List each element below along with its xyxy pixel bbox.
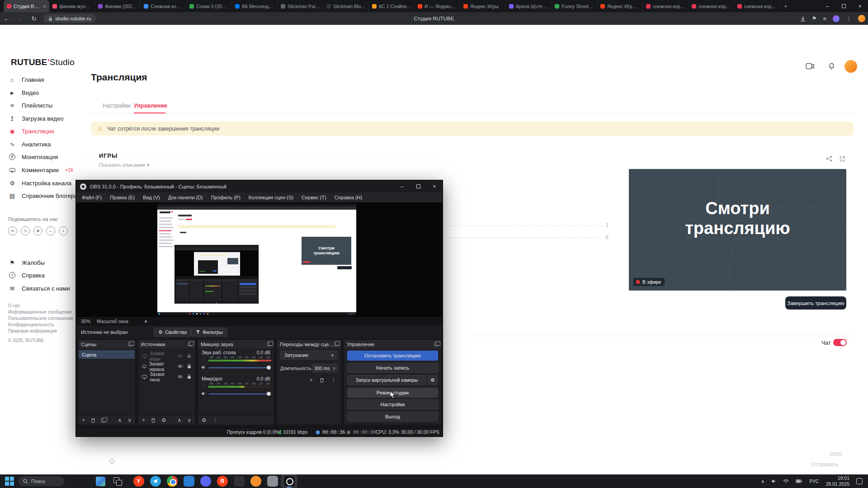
- browser-profile-avatar[interactable]: [858, 15, 865, 22]
- mixer-settings-button[interactable]: ⚙: [202, 417, 207, 423]
- transitions-panel-header[interactable]: Переходы между сце...: [277, 340, 341, 348]
- start-button[interactable]: [5, 476, 14, 486]
- taskbar-app-chrome[interactable]: [164, 474, 180, 488]
- volume-icon[interactable]: [771, 479, 776, 483]
- popout-icon[interactable]: [267, 342, 271, 346]
- obs-close-button[interactable]: ×: [426, 180, 443, 192]
- browser-tab[interactable]: Stickman Blo...: [323, 0, 369, 12]
- menu-docks[interactable]: Док-панели (D): [164, 195, 207, 200]
- source-row-display-capture[interactable]: Захват экрана: [139, 361, 194, 371]
- virtual-camera-button[interactable]: Запуск виртуальной камеры: [347, 375, 426, 385]
- create-stream-button[interactable]: [804, 60, 816, 72]
- drag-handle-icon[interactable]: ⋮: [202, 383, 206, 388]
- lock-icon[interactable]: [187, 353, 191, 358]
- taskbar-app-obs[interactable]: [281, 474, 297, 488]
- footer-link-terms[interactable]: Пользовательское соглашение: [8, 316, 73, 321]
- browser-tab[interactable]: КС 2 Снайпе...: [369, 0, 415, 12]
- scene-filters-button[interactable]: [101, 418, 105, 422]
- obs-window[interactable]: OBS 31.0.0 - Профиль: Безымянный - Сцены…: [75, 180, 443, 437]
- lock-icon[interactable]: [187, 374, 191, 379]
- browser-tab[interactable]: Соник 3 (202...: [186, 0, 232, 12]
- browser-tab[interactable]: Яндекс Игры...: [597, 0, 643, 12]
- zoom-dropdown-caret[interactable]: ▾: [145, 319, 147, 324]
- taskbar-app-yandex-browser[interactable]: Y: [130, 474, 147, 488]
- spin-down-icon[interactable]: ▾: [334, 368, 335, 370]
- rutube-studio-logo[interactable]: RUTUBE’Studio: [11, 57, 75, 67]
- back-button[interactable]: ←: [0, 15, 14, 22]
- viber-icon[interactable]: [46, 226, 55, 235]
- scenes-panel-header[interactable]: Сцены: [78, 340, 135, 348]
- notifications-button[interactable]: [826, 60, 837, 72]
- footer-link-privacy[interactable]: Конфиденциальность: [8, 322, 54, 327]
- browser-tab[interactable]: Снежная кор...: [141, 0, 186, 12]
- emoji-button[interactable]: ☺: [108, 456, 116, 466]
- exit-button[interactable]: Выход: [347, 412, 438, 422]
- sidebar-item-upload[interactable]: ↥Загрузка видео: [8, 113, 90, 124]
- tab-settings[interactable]: Настройки: [103, 103, 130, 109]
- taskbar-app-files[interactable]: [264, 474, 281, 488]
- sources-panel-header[interactable]: Источники: [138, 340, 195, 348]
- stream-preview-player[interactable]: Смотри трансляцию В эфире: [629, 169, 846, 291]
- duration-spinner[interactable]: 300 ms▴▾: [311, 364, 338, 372]
- taskbar-app-game-center[interactable]: [231, 474, 247, 488]
- transition-props-button[interactable]: ⋮: [331, 377, 336, 383]
- menu-edit[interactable]: Правка (E): [106, 195, 139, 200]
- clock[interactable]: 19:0128.01.2025: [826, 475, 849, 487]
- popout-icon[interactable]: [334, 342, 338, 346]
- transition-type-select[interactable]: Затухание▾: [280, 351, 338, 360]
- sidebar-item-broadcasts[interactable]: ◉Трансляции: [8, 125, 90, 137]
- window-maximize-button[interactable]: [835, 0, 852, 12]
- add-scene-button[interactable]: +: [82, 417, 85, 423]
- sidebar-item-playlists[interactable]: ≡Плейлисты: [8, 99, 90, 111]
- language-indicator[interactable]: РУС: [809, 479, 819, 484]
- window-close-button[interactable]: ×: [852, 0, 868, 12]
- footer-link-legal[interactable]: Правовая информация: [8, 328, 57, 333]
- taskbar-app-telegram[interactable]: [147, 474, 164, 488]
- menu-scene-collection[interactable]: Коллекция сцен (S): [245, 195, 297, 200]
- finish-stream-button[interactable]: Завершить трансляцию: [785, 296, 846, 310]
- menu-view[interactable]: Вид (V): [139, 195, 164, 200]
- hidden-icons-chevron[interactable]: ∧: [761, 479, 764, 484]
- chat-toggle[interactable]: [833, 339, 847, 346]
- more-socials-icon[interactable]: +: [59, 226, 68, 235]
- footer-link-about[interactable]: О нас: [8, 303, 20, 308]
- source-properties-button[interactable]: ⚙Свойства: [154, 328, 191, 337]
- source-down-button[interactable]: ∨: [187, 417, 191, 423]
- taskbar-app-yandex-start[interactable]: Я: [214, 474, 231, 488]
- add-source-button[interactable]: +: [142, 417, 145, 423]
- eye-icon[interactable]: [177, 364, 183, 368]
- scene-down-button[interactable]: ∨: [127, 417, 132, 423]
- virtual-camera-settings-button[interactable]: ⚙: [428, 375, 438, 385]
- start-recording-button[interactable]: Начать запись: [347, 363, 438, 373]
- browser-tab[interactable]: снежная кор...: [643, 0, 689, 12]
- menu-help[interactable]: Справка (H): [330, 195, 366, 200]
- footer-link-news[interactable]: Информационные сообщения: [8, 310, 71, 314]
- sidebar-item-video[interactable]: ▶Видео: [8, 87, 90, 99]
- scene-up-button[interactable]: ∧: [118, 417, 122, 423]
- sidebar-item-analytics[interactable]: ∿Аналитика: [8, 138, 90, 150]
- taskbar-app-vscode[interactable]: [180, 474, 197, 488]
- bookmark-flag-icon[interactable]: ⚑: [812, 15, 817, 22]
- menu-profile[interactable]: Профиль (P): [207, 195, 245, 200]
- download-icon[interactable]: [800, 16, 806, 22]
- remove-transition-button[interactable]: [320, 378, 324, 383]
- tab-management[interactable]: Управление: [134, 103, 167, 109]
- refresh-button[interactable]: ↻: [27, 15, 41, 22]
- source-properties-gear-button[interactable]: ⚙: [161, 417, 166, 423]
- address-bar[interactable]: studio.rutube.ru: [43, 14, 96, 23]
- browser-tab[interactable]: снежная кор...: [689, 0, 734, 12]
- settings-button[interactable]: Настройки: [347, 399, 438, 409]
- new-tab-button[interactable]: +: [780, 0, 792, 12]
- chat-send-button[interactable]: Отправить: [811, 461, 838, 468]
- tab-close-icon[interactable]: ×: [43, 4, 46, 9]
- remove-scene-button[interactable]: [91, 418, 95, 423]
- volume-slider-knob[interactable]: [267, 366, 271, 370]
- notification-center-icon[interactable]: [856, 478, 863, 484]
- source-filters-button[interactable]: Фильтры: [191, 328, 227, 337]
- browser-tab[interactable]: Финиик (202...: [95, 0, 141, 12]
- vk-icon[interactable]: [8, 226, 17, 235]
- collections-icon[interactable]: ≡: [823, 15, 826, 22]
- add-transition-button[interactable]: +: [310, 377, 313, 383]
- volume-slider[interactable]: [209, 367, 268, 368]
- scene-list-item[interactable]: Сцена: [79, 350, 135, 359]
